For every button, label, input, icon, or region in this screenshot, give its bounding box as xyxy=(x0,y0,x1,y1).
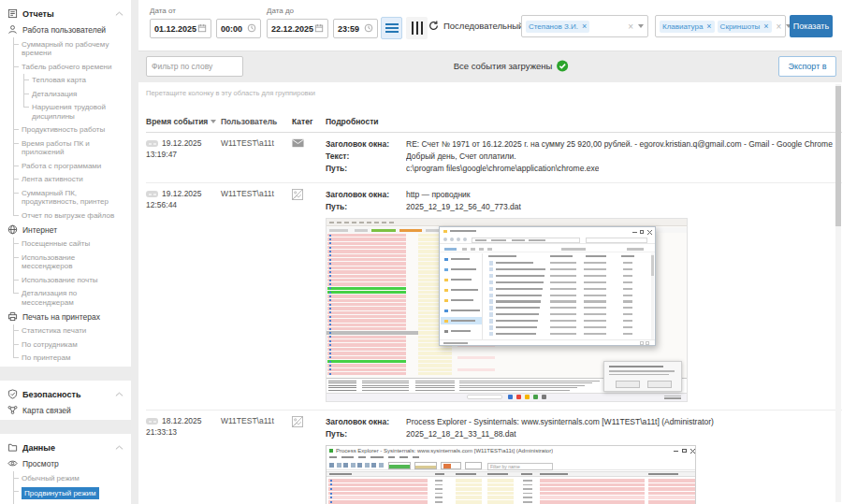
sidebar-item[interactable]: Детализация xyxy=(6,87,127,101)
detail-line: Заголовок окна:RE: Счет № 1971 от 16.12.… xyxy=(326,138,842,151)
event-details-cell: Заголовок окна:Process Explorer - Sysint… xyxy=(326,416,842,504)
thumb-decor xyxy=(329,280,331,281)
calendar-icon[interactable] xyxy=(314,23,324,35)
image-icon xyxy=(292,193,303,202)
thumb-decor xyxy=(327,368,406,371)
sidebar-item[interactable]: По сотрудникам xyxy=(6,338,127,352)
sidebar-item-label: Обычный режим xyxy=(22,474,80,482)
calendar-icon[interactable] xyxy=(197,23,207,35)
sidebar-item[interactable]: Время работы ПК и приложений xyxy=(6,137,127,159)
thumb-decor xyxy=(328,492,428,496)
thumb-decor xyxy=(456,500,482,504)
group-drop-area[interactable]: Перетащите колонку в эту область для гру… xyxy=(146,82,842,97)
thumb-decor xyxy=(682,449,687,454)
word-filter-input[interactable] xyxy=(146,56,243,77)
thumb-decor xyxy=(435,480,443,482)
thumb-decor xyxy=(584,313,606,315)
time-from-input[interactable]: 00:00 xyxy=(216,19,261,38)
chip-remove-icon[interactable]: × xyxy=(582,23,587,29)
column-header-time[interactable]: Время события xyxy=(146,117,221,126)
sidebar-item[interactable]: Тепловая карта xyxy=(6,74,127,88)
sidebar-group[interactable]: Печать на принтерах xyxy=(6,310,127,324)
thumb-decor xyxy=(329,271,331,273)
export-button[interactable]: Экспорт в xyxy=(778,56,836,77)
show-button[interactable]: Показать xyxy=(790,15,833,37)
thumb-decor xyxy=(329,456,337,458)
thumb-decor xyxy=(359,222,364,223)
sidebar-item[interactable]: Использование почты xyxy=(6,273,127,287)
thumb-decor xyxy=(329,304,331,306)
sidebar-section-header[interactable]: Отчеты xyxy=(6,5,127,22)
sidebar-item[interactable]: Работа с программами xyxy=(6,159,127,173)
date-from-input[interactable]: 01.12.2025 xyxy=(150,19,211,38)
event-type-badge xyxy=(146,191,158,197)
chevron-up-icon[interactable] xyxy=(115,445,123,451)
sidebar-item[interactable]: Продуктивность работы xyxy=(6,123,127,137)
clear-icon[interactable]: × xyxy=(775,22,784,32)
column-header-user[interactable]: Пользователь xyxy=(221,117,292,126)
sidebar-item[interactable]: Использование мессенджеров xyxy=(6,251,127,273)
thumb-decor xyxy=(327,291,406,294)
thumb-decor xyxy=(584,326,606,328)
sidebar-item[interactable]: Обычный режим xyxy=(6,471,127,485)
sidebar-item[interactable]: Отчет по выгрузке файлов xyxy=(6,209,127,223)
thumb-decor xyxy=(389,222,394,223)
sidebar-item[interactable]: Суммарный по рабочему времени xyxy=(6,37,127,60)
thumb-decor xyxy=(435,484,443,486)
list-layout-button[interactable] xyxy=(381,17,402,39)
screenshot-thumbnail[interactable] xyxy=(326,218,688,402)
filter-toolbar: Дата от 01.12.2025 00:00 Дата до 2 xyxy=(138,0,842,51)
thumb-decor xyxy=(550,255,573,257)
sidebar-item[interactable]: Лента активности xyxy=(6,173,127,187)
chevron-up-icon[interactable] xyxy=(115,392,123,397)
sidebar-item[interactable]: Суммарный ПК, продуктивность, принтер xyxy=(6,186,127,209)
time-to-input[interactable]: 23:59 xyxy=(333,19,378,38)
sidebar-group[interactable]: Карта связей xyxy=(6,403,127,418)
thumb-filter-box-text: Filter by name xyxy=(488,464,520,470)
chevron-up-icon[interactable] xyxy=(115,11,123,17)
sidebar-item[interactable]: Нарушения трудовой дисциплины xyxy=(6,101,127,123)
table-row[interactable]: 19.12.202512:56:44W11TEST\a11tЗаголовок … xyxy=(146,183,842,410)
sidebar-group[interactable]: Интернет xyxy=(6,223,127,238)
sidebar-section-header[interactable]: Данные xyxy=(6,439,127,456)
column-header-details[interactable]: Подробности xyxy=(326,117,842,126)
sidebar-group[interactable]: Просмотр xyxy=(6,456,127,471)
column-header-category[interactable]: Катег xyxy=(292,117,326,126)
thumb-decor xyxy=(327,352,406,354)
chip-remove-icon[interactable]: × xyxy=(763,23,768,29)
sidebar-item[interactable]: Детализация по мессенджерам xyxy=(6,287,127,310)
thumb-decor xyxy=(475,239,486,241)
table-row[interactable]: 18.12.202521:33:13W11TEST\a11tЗаголовок … xyxy=(146,410,842,504)
employee-filter-select[interactable]: Степанов З.И.×× xyxy=(521,15,648,37)
sidebar-item[interactable]: Продвинутый режим xyxy=(6,485,127,502)
sidebar-item[interactable]: Посещенные сайты xyxy=(6,238,127,252)
thumb-decor xyxy=(329,292,331,294)
chevron-down-icon[interactable] xyxy=(638,24,644,28)
table-scrollbar[interactable] xyxy=(835,84,841,502)
thumb-decor xyxy=(516,395,521,399)
clock-icon[interactable] xyxy=(364,23,373,35)
sidebar-item-label: Нарушения трудовой дисциплины xyxy=(32,103,106,121)
event-date-line: 19.12.2025 xyxy=(146,138,221,148)
date-to-input[interactable]: 22.12.2025 xyxy=(267,19,328,38)
clock-icon[interactable] xyxy=(247,23,256,35)
table-row[interactable]: 19.12.202513:19:47W11TEST\a11tЗаголовок … xyxy=(146,133,842,183)
thumb-decor xyxy=(609,374,669,376)
thumb-decor xyxy=(489,267,493,272)
sidebar-item[interactable]: По принтерам xyxy=(6,352,127,366)
thumb-decor xyxy=(329,283,331,285)
sidebar-item[interactable]: Статистика печати xyxy=(6,324,127,338)
mode-control[interactable]: Последовательный xyxy=(428,21,523,31)
sidebar-item[interactable]: Табель рабочего времени xyxy=(6,60,127,74)
thumb-decor xyxy=(489,287,493,292)
screenshot-thumbnail[interactable]: Process Explorer - Sysinternals: www.sys… xyxy=(326,445,696,504)
sidebar-group[interactable]: Работа пользователей xyxy=(6,22,127,37)
clear-icon[interactable]: × xyxy=(626,22,635,32)
scrollbar-thumb[interactable] xyxy=(835,86,841,226)
thumb-decor xyxy=(525,395,530,399)
column-layout-button[interactable] xyxy=(406,17,428,39)
thumb-decor xyxy=(327,471,695,477)
event-type-filter-select[interactable]: Клавиатура×Скриншоты×× xyxy=(655,15,786,37)
sidebar-section-header[interactable]: Безопасность xyxy=(6,385,127,403)
chip-remove-icon[interactable]: × xyxy=(706,23,711,29)
